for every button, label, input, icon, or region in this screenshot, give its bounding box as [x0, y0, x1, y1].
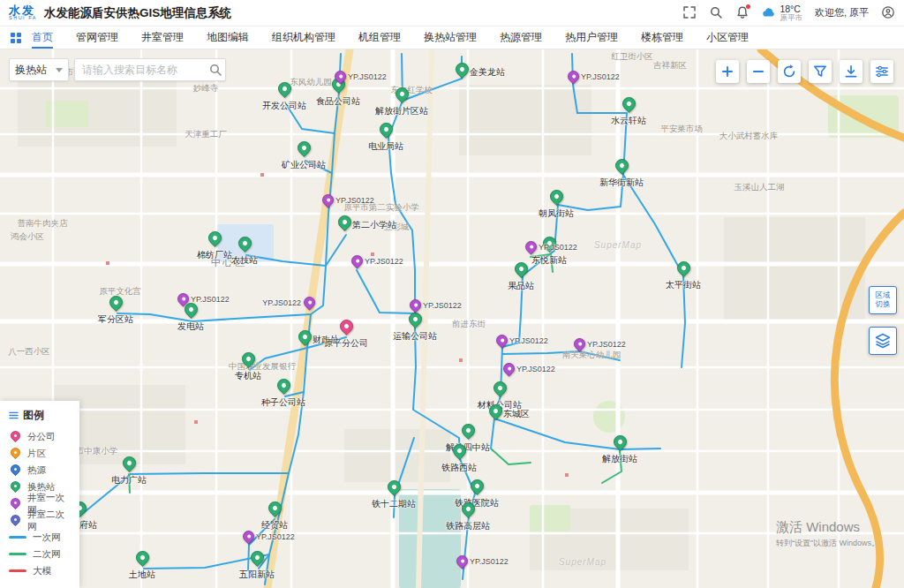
main-nav: 首页管网管理井室管理地图编辑组织机构管理机组管理换热站管理热源管理热用户管理楼栋…	[0, 26, 904, 49]
marker-label: 棉纺厂站	[197, 249, 232, 261]
well-marker[interactable]	[501, 360, 516, 376]
station-marker[interactable]	[235, 234, 253, 253]
legend-item: 井室二次网	[9, 512, 71, 529]
station-marker[interactable]	[610, 433, 629, 451]
download-button[interactable]	[840, 60, 863, 83]
map-canvas[interactable]: 原平市实验中学妙峰寺东风幼儿园东方红学校红卫街小区吉祥新区平安菜市场大小武村蓄水…	[0, 49, 904, 588]
nav-tab-community[interactable]: 小区管理	[706, 26, 749, 49]
zoom-out-button[interactable]	[747, 60, 770, 83]
well-marker[interactable]	[240, 528, 256, 544]
temperature-value: 18°C	[780, 4, 802, 14]
legend-label: 二次网	[33, 548, 61, 561]
well-marker[interactable]	[493, 332, 509, 348]
settings-button[interactable]	[870, 60, 893, 83]
nav-tab-heat-user[interactable]: 热用户管理	[565, 26, 618, 49]
region-switch-button[interactable]: 区域切换	[869, 286, 897, 314]
station-marker[interactable]	[539, 234, 558, 253]
filter-button[interactable]	[809, 60, 832, 83]
weather-icon	[762, 5, 776, 19]
well-marker[interactable]	[565, 68, 581, 84]
target-type-select[interactable]: 换热站	[9, 58, 69, 81]
station-marker[interactable]	[275, 79, 293, 98]
app-title: 水发能源盾安供热GIS地理信息系统	[44, 5, 231, 21]
station-marker[interactable]	[376, 120, 395, 139]
branch-company-marker[interactable]	[336, 317, 355, 335]
map-search-input[interactable]	[74, 58, 226, 81]
zoom-in-button[interactable]	[716, 60, 739, 83]
search-icon[interactable]	[709, 5, 723, 19]
station-marker[interactable]	[132, 548, 151, 567]
marker-label: 电力广站	[111, 474, 147, 486]
marker-label: 太平街站	[666, 279, 701, 291]
legend-icon	[9, 411, 19, 420]
marker-label: 电业局站	[368, 140, 403, 153]
marker-label: 铁路高层站	[446, 520, 490, 532]
station-marker[interactable]	[392, 85, 411, 103]
station-marker[interactable]	[511, 260, 530, 278]
marker-label: 土地站	[129, 569, 155, 581]
station-marker[interactable]	[674, 259, 692, 277]
layer-switch-button[interactable]	[869, 327, 897, 355]
well-marker[interactable]	[349, 253, 365, 268]
well-marker[interactable]	[523, 238, 539, 254]
marker-label: 东城区	[503, 408, 530, 420]
map-search-button[interactable]	[208, 63, 222, 77]
reset-button[interactable]	[778, 60, 801, 83]
marker-label: 种子公司站	[261, 396, 305, 409]
nav-tab-pipe-network[interactable]: 管网管理	[76, 26, 118, 49]
station-marker[interactable]	[106, 293, 124, 312]
station-marker[interactable]	[458, 500, 477, 518]
legend-swatch	[9, 447, 21, 460]
nav-tab-home[interactable]: 首页	[32, 26, 53, 49]
station-marker[interactable]	[612, 156, 630, 175]
legend-label: 一次网	[33, 531, 61, 544]
station-marker[interactable]	[265, 499, 283, 517]
user-icon[interactable]	[881, 5, 895, 19]
station-marker[interactable]	[238, 350, 257, 368]
legend-label: 热源	[27, 464, 46, 477]
nav-tab-organization[interactable]: 组织机构管理	[272, 26, 335, 49]
station-marker[interactable]	[335, 213, 353, 231]
marker-label: 新华街新站	[599, 177, 644, 189]
nav-tab-well-room[interactable]: 井室管理	[141, 26, 184, 49]
nav-tab-exchange-station[interactable]: 换热站管理	[424, 26, 477, 49]
station-marker[interactable]	[295, 328, 313, 346]
marker-label: 解放街站	[602, 453, 637, 465]
marker-label: YP.JS0122	[587, 340, 626, 349]
station-marker[interactable]	[274, 376, 292, 395]
marker-label: 铁十二期站	[372, 498, 416, 510]
station-marker[interactable]	[294, 139, 313, 157]
legend-item: 分公司	[9, 428, 71, 445]
chevron-down-icon	[56, 68, 63, 72]
well-marker[interactable]	[320, 192, 335, 207]
nav-tab-building[interactable]: 楼栋管理	[641, 26, 683, 49]
station-marker[interactable]	[205, 229, 223, 247]
station-marker[interactable]	[449, 441, 468, 460]
station-marker[interactable]	[619, 94, 637, 113]
well-marker[interactable]	[407, 297, 423, 313]
station-marker[interactable]	[247, 548, 266, 567]
well-marker[interactable]	[454, 553, 470, 569]
map-controls	[716, 60, 893, 83]
fullscreen-icon[interactable]	[682, 5, 697, 19]
station-marker[interactable]	[490, 379, 508, 397]
well-marker[interactable]	[571, 335, 587, 351]
station-marker[interactable]	[546, 187, 565, 206]
station-marker[interactable]	[486, 402, 504, 420]
nav-tab-unit[interactable]: 机组管理	[358, 26, 401, 49]
map-search-panel: 换热站	[9, 58, 226, 81]
station-marker[interactable]	[452, 60, 471, 79]
station-marker[interactable]	[119, 454, 138, 472]
station-marker[interactable]	[467, 477, 486, 495]
nav-tab-heat-source[interactable]: 热源管理	[500, 26, 542, 49]
station-marker[interactable]	[458, 421, 477, 440]
legend-swatch	[9, 553, 26, 555]
marker-label: YP.JS0122	[256, 532, 295, 541]
nav-tab-map-edit[interactable]: 地图编辑	[207, 26, 249, 49]
weather-widget: 18°C 原平市	[762, 4, 802, 23]
marker-label: 食品公司站	[316, 95, 360, 108]
notification-bell-icon[interactable]	[735, 5, 750, 19]
marker-label: 水云轩站	[611, 115, 646, 127]
well-marker[interactable]	[301, 294, 317, 310]
station-marker[interactable]	[384, 478, 403, 496]
